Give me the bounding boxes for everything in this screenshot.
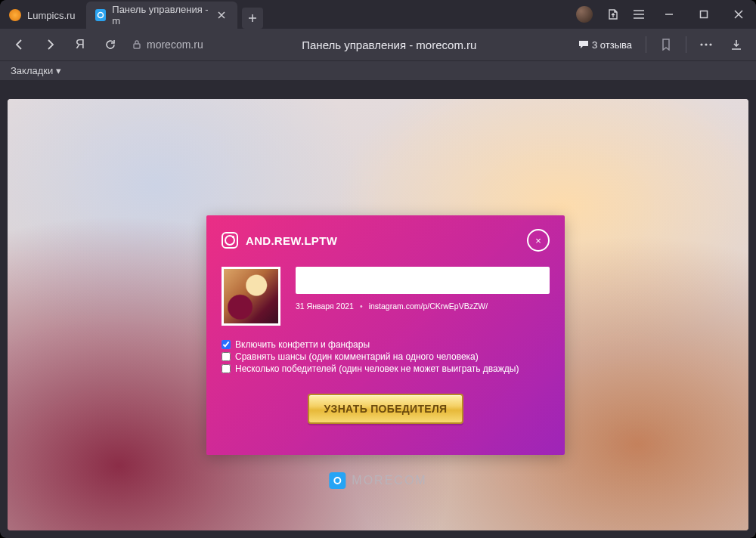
more-actions-button[interactable]	[692, 31, 720, 58]
post-meta: 31 Января 2021 • instagram.com/p/CKrwEpV…	[296, 301, 550, 311]
favicon-lumpics	[9, 9, 21, 21]
brand-text: MORECOM	[352, 474, 426, 487]
checkbox-confetti[interactable]	[222, 340, 231, 349]
chevron-down-icon: ▾	[56, 65, 61, 76]
card-close-button[interactable]: ×	[527, 229, 550, 252]
brand-logo: MORECOM	[329, 472, 426, 489]
back-button[interactable]	[6, 31, 33, 58]
new-tab-button[interactable]	[242, 8, 263, 29]
url-domain: morecom.ru	[147, 39, 203, 51]
svg-point-0	[98, 13, 103, 18]
reload-button[interactable]	[97, 31, 124, 58]
brand-icon	[329, 472, 345, 489]
divider	[686, 36, 686, 53]
page-content: AND.REW.LPTW × 31 Января 2021 • instagra…	[8, 99, 748, 530]
lock-icon	[132, 39, 142, 50]
forward-button[interactable]	[36, 31, 64, 58]
separator-dot: •	[360, 301, 363, 311]
tab-label: Lumpics.ru	[27, 10, 76, 21]
comment-icon	[578, 39, 589, 50]
bookmarks-menu[interactable]: Закладки ▾	[11, 65, 61, 76]
favicon-morecom	[95, 9, 107, 21]
minimize-button[interactable]	[652, 0, 686, 29]
find-winner-button[interactable]: УЗНАТЬ ПОБЕДИТЕЛЯ	[308, 394, 464, 424]
svg-point-6	[334, 478, 340, 484]
bookmark-button[interactable]	[652, 31, 680, 58]
checkbox-multiple[interactable]	[222, 364, 231, 373]
toolbar: Я morecom.ru Панель управления - morecom…	[0, 29, 756, 60]
bookmarks-bar: Закладки ▾	[0, 60, 756, 80]
downloads-button[interactable]	[723, 31, 750, 58]
post-thumbnail[interactable]	[222, 267, 280, 326]
main-menu-icon[interactable]	[626, 0, 652, 29]
reviews-label: 3 отзыва	[592, 39, 632, 51]
giveaway-card: AND.REW.LPTW × 31 Января 2021 • instagra…	[206, 215, 565, 455]
instagram-username: AND.REW.LPTW	[246, 234, 337, 247]
tab-lumpics[interactable]: Lumpics.ru	[0, 2, 86, 29]
card-right-column: 31 Января 2021 • instagram.com/p/CKrwEpV…	[296, 267, 550, 311]
option-multiple-winners[interactable]: Несколько победителей (один человек не м…	[222, 363, 550, 374]
maximize-button[interactable]	[686, 0, 721, 29]
titlebar: Lumpics.ru Панель управления - m	[0, 0, 756, 29]
text-input[interactable]	[296, 267, 550, 294]
option-label: Сравнять шансы (один комментарий на одно…	[235, 351, 479, 362]
instagram-icon	[222, 232, 238, 249]
reviews-button[interactable]: 3 отзыва	[571, 39, 640, 51]
browser-window: Lumpics.ru Панель управления - m	[0, 0, 756, 538]
tab-close-icon[interactable]	[217, 10, 227, 20]
svg-rect-1	[701, 11, 708, 18]
close-icon: ×	[535, 235, 541, 246]
address-bar[interactable]: morecom.ru	[127, 39, 208, 51]
option-equalize[interactable]: Сравнять шансы (один комментарий на одно…	[222, 351, 550, 362]
page-title: Панель управления - morecom.ru	[211, 39, 568, 51]
option-label: Включить конфетти и фанфары	[235, 339, 370, 350]
yandex-home-button[interactable]: Я	[67, 31, 94, 58]
card-body: 31 Января 2021 • instagram.com/p/CKrwEpV…	[222, 267, 550, 326]
profile-avatar[interactable]	[576, 6, 593, 23]
svg-point-5	[709, 43, 711, 45]
options-group: Включить конфетти и фанфары Сравнять шан…	[222, 339, 550, 374]
close-window-button[interactable]	[721, 0, 756, 29]
svg-rect-2	[134, 44, 140, 48]
svg-point-3	[700, 43, 702, 45]
tab-morecom[interactable]: Панель управления - m	[86, 2, 237, 29]
post-link[interactable]: instagram.com/p/CKrwEpVBzZW/	[369, 301, 488, 311]
divider	[646, 36, 646, 53]
tab-label: Панель управления - m	[112, 4, 210, 26]
window-controls	[652, 0, 756, 29]
reading-list-icon[interactable]	[600, 0, 626, 29]
post-date: 31 Января 2021	[296, 301, 354, 311]
tab-strip: Lumpics.ru Панель управления - m	[0, 0, 569, 29]
checkbox-equalize[interactable]	[222, 352, 231, 361]
option-label: Несколько победителей (один человек не м…	[235, 363, 519, 374]
card-header: AND.REW.LPTW ×	[222, 229, 550, 252]
option-confetti[interactable]: Включить конфетти и фанфары	[222, 339, 550, 350]
svg-point-4	[705, 43, 707, 45]
